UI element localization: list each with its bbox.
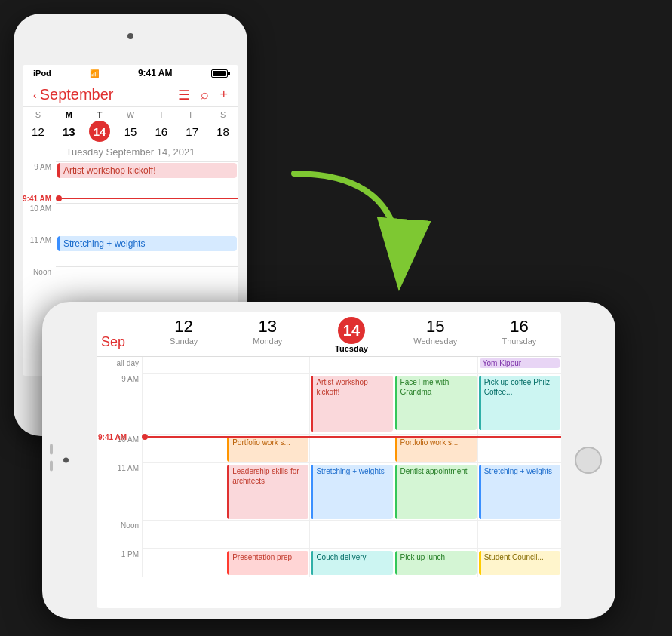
day-num-thu: 16 xyxy=(479,317,560,336)
home-button-horizontal[interactable] xyxy=(575,447,602,474)
time-label-h-noon: Noon xyxy=(97,520,142,548)
allday-cell-tue xyxy=(309,357,393,373)
day-cell-h-mon-11: Leadership skills for architects xyxy=(226,462,309,520)
status-bar-vertical: iPod 📶 9:41 AM xyxy=(23,65,238,81)
time-content-10am xyxy=(56,203,238,235)
day-cell-h-sun-9 xyxy=(142,373,226,434)
day-cell-h-sun-11 xyxy=(142,462,226,520)
event-dentist[interactable]: Dentist appointment xyxy=(395,465,477,519)
event-portfolio-wed[interactable]: Portfolio work s... xyxy=(395,436,477,462)
wifi-icon: 📶 xyxy=(90,69,99,78)
time-row-h-1pm: 1 PM Presentation prep Couch delivery Pi… xyxy=(97,548,561,577)
day-num-tue: 14 xyxy=(338,317,365,344)
day-cell-h-wed-9: FaceTime with Grandma xyxy=(394,373,477,434)
time-row-11am: 11 AM Stretching + weights xyxy=(23,235,238,266)
status-icons xyxy=(211,69,228,78)
month-col: Sep xyxy=(97,312,142,356)
day-name-wed: Wednesday xyxy=(395,336,476,346)
day-col-mon: 13 Monday xyxy=(226,312,309,356)
camera-vertical xyxy=(127,33,133,39)
event-couch-delivery[interactable]: Couch delivery xyxy=(311,551,392,575)
day-cell-h-thu-11: Stretching + weights xyxy=(477,462,561,520)
day-name-thu: Thursday xyxy=(479,336,560,346)
screen-horizontal: Sep 12 Sunday 13 Monday 14 Tuesday 15 We… xyxy=(97,312,561,608)
date-label-vertical: Tuesday September 14, 2021 xyxy=(23,145,238,161)
day-name-sun: Sunday xyxy=(143,336,224,346)
day-cell-h-tue-noon xyxy=(309,520,393,548)
camera-horizontal xyxy=(63,458,69,463)
calendar-header-vertical: ‹ September ☰ ⌕ + xyxy=(23,81,238,107)
current-time-label-h: 9:41 AM xyxy=(98,433,127,441)
event-student-council[interactable]: Student Council... xyxy=(479,551,560,575)
day-num-sun: 12 xyxy=(143,317,224,336)
vol-up-button[interactable] xyxy=(50,444,53,454)
allday-cell-thu: Yom Kippur xyxy=(477,357,561,373)
event-stretching-v[interactable]: Stretching + weights xyxy=(57,236,237,251)
time-row-h-noon: Noon xyxy=(97,520,561,548)
time-grid-horizontal[interactable]: 9 AM Artist workshop kickoff! FaceTime w… xyxy=(97,373,561,608)
day-cell-h-wed-11: Dentist appointment xyxy=(394,462,477,520)
list-icon[interactable]: ☰ xyxy=(178,87,190,103)
day-name-mon: Monday xyxy=(227,336,308,346)
current-time-vertical: 9:41 AM xyxy=(23,193,238,203)
allday-cell-mon xyxy=(226,357,309,373)
day-col-thu: 16 Thursday xyxy=(477,312,561,356)
allday-cell-sun xyxy=(142,357,226,373)
current-time-label-v: 9:41 AM xyxy=(23,193,56,203)
month-title-vertical: September xyxy=(40,86,114,103)
time-row-10am: 10 AM xyxy=(23,203,238,235)
time-row-9am: 9 AM Artist workshop kickoff! xyxy=(23,161,238,193)
time-label-h-9am: 9 AM xyxy=(97,373,142,434)
event-pick-up-coffee[interactable]: Pick up coffee Philz Coffee... xyxy=(479,376,560,430)
day-cell-h-mon-9 xyxy=(226,373,309,434)
event-artist-workshop-h[interactable]: Artist workshop kickoff! xyxy=(311,376,392,432)
event-stretching-thu[interactable]: Stretching + weights xyxy=(479,465,560,519)
week-days-vertical: S M T W T F S xyxy=(23,107,238,121)
time-label-11am: 11 AM xyxy=(23,235,56,266)
day-name-tue: Tuesday xyxy=(311,344,391,353)
day-cell-h-mon-noon xyxy=(226,520,309,548)
day-cell-h-thu-1: Student Council... xyxy=(477,548,561,577)
time-label-9am: 9 AM xyxy=(23,161,56,193)
event-artist-workshop-v[interactable]: Artist workshop kickoff! xyxy=(57,163,237,178)
time-content-11am: Stretching + weights xyxy=(56,235,238,266)
day-num-wed: 15 xyxy=(395,317,476,336)
time-label-h-11am: 11 AM xyxy=(97,462,142,520)
vol-down-button[interactable] xyxy=(50,460,53,471)
day-cell-h-tue-1: Couch delivery xyxy=(309,548,393,577)
event-presentation-prep[interactable]: Presentation prep xyxy=(227,551,308,575)
ipod-horizontal: Sep 12 Sunday 13 Monday 14 Tuesday 15 We… xyxy=(42,302,615,619)
event-stretching-tue[interactable]: Stretching + weights xyxy=(311,465,392,519)
time-row-h-9am: 9 AM Artist workshop kickoff! FaceTime w… xyxy=(97,373,561,434)
current-time-dot-v xyxy=(56,195,62,201)
event-portfolio-mon[interactable]: Portfolio work s... xyxy=(227,436,308,462)
time-content-9am: Artist workshop kickoff! xyxy=(56,161,238,193)
day-cell-h-sun-noon xyxy=(142,520,226,548)
search-icon[interactable]: ⌕ xyxy=(201,87,209,103)
current-time-line-v xyxy=(62,198,238,199)
time-row-noon: Noon xyxy=(23,266,238,298)
weekly-header: Sep 12 Sunday 13 Monday 14 Tuesday 15 We… xyxy=(97,312,561,357)
header-icons-vertical: ☰ ⌕ + xyxy=(178,87,228,103)
carrier-label: iPod xyxy=(33,69,51,78)
event-pick-up-lunch[interactable]: Pick up lunch xyxy=(395,551,477,575)
arrow-graphic xyxy=(272,158,437,309)
day-cell-h-sun-1 xyxy=(142,548,226,577)
day-cell-h-tue-9: Artist workshop kickoff! xyxy=(309,373,393,434)
battery-icon xyxy=(211,69,228,78)
current-time-dot-h xyxy=(142,434,148,440)
volume-buttons[interactable] xyxy=(50,444,53,471)
event-yom-kippur[interactable]: Yom Kippur xyxy=(480,358,560,368)
day-cell-h-tue-11: Stretching + weights xyxy=(309,462,393,520)
event-facetime-grandma[interactable]: FaceTime with Grandma xyxy=(395,376,477,430)
day-cell-h-thu-9: Pick up coffee Philz Coffee... xyxy=(477,373,561,434)
time-label-h-1pm: 1 PM xyxy=(97,548,142,577)
time-label: 9:41 AM xyxy=(138,68,173,78)
add-icon[interactable]: + xyxy=(219,87,228,103)
day-cell-h-mon-1: Presentation prep xyxy=(226,548,309,577)
weekly-calendar: Sep 12 Sunday 13 Monday 14 Tuesday 15 We… xyxy=(97,312,561,608)
week-dates-vertical: 12 13 14 15 16 17 18 xyxy=(23,121,238,145)
back-chevron-icon[interactable]: ‹ xyxy=(33,89,37,101)
time-label-noon: Noon xyxy=(23,266,56,298)
event-leadership-skills[interactable]: Leadership skills for architects xyxy=(227,465,308,519)
